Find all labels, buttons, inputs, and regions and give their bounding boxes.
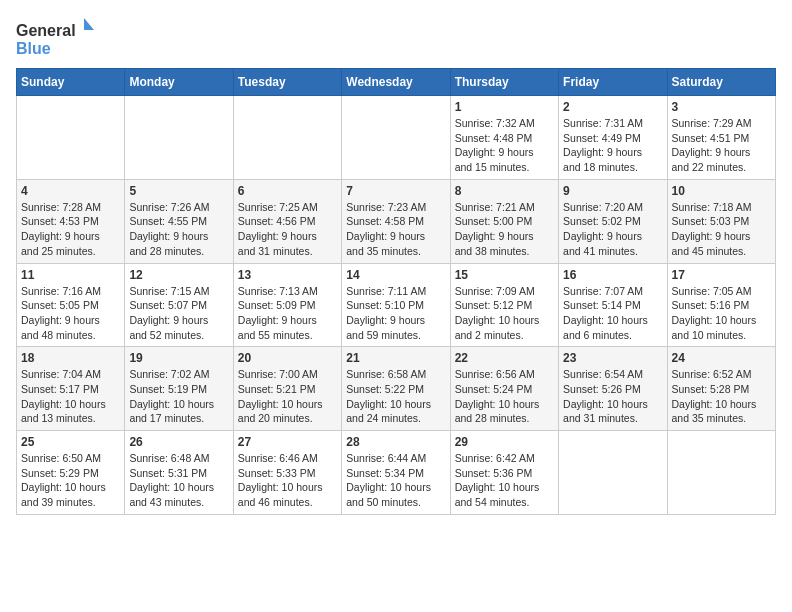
- calendar-header-tuesday: Tuesday: [233, 69, 341, 96]
- calendar-week-2: 4Sunrise: 7:28 AM Sunset: 4:53 PM Daylig…: [17, 179, 776, 263]
- calendar-cell: 1Sunrise: 7:32 AM Sunset: 4:48 PM Daylig…: [450, 96, 558, 180]
- day-info: Sunrise: 7:31 AM Sunset: 4:49 PM Dayligh…: [563, 116, 662, 175]
- calendar-header-friday: Friday: [559, 69, 667, 96]
- day-number: 8: [455, 184, 554, 198]
- day-info: Sunrise: 6:44 AM Sunset: 5:34 PM Dayligh…: [346, 451, 445, 510]
- logo: General Blue: [16, 16, 96, 60]
- calendar-cell: 29Sunrise: 6:42 AM Sunset: 5:36 PM Dayli…: [450, 431, 558, 515]
- calendar-cell: 8Sunrise: 7:21 AM Sunset: 5:00 PM Daylig…: [450, 179, 558, 263]
- day-number: 13: [238, 268, 337, 282]
- day-number: 5: [129, 184, 228, 198]
- day-number: 3: [672, 100, 771, 114]
- day-number: 17: [672, 268, 771, 282]
- day-number: 18: [21, 351, 120, 365]
- calendar-cell: 15Sunrise: 7:09 AM Sunset: 5:12 PM Dayli…: [450, 263, 558, 347]
- day-number: 10: [672, 184, 771, 198]
- calendar-cell: [667, 431, 775, 515]
- day-info: Sunrise: 6:54 AM Sunset: 5:26 PM Dayligh…: [563, 367, 662, 426]
- calendar-cell: [233, 96, 341, 180]
- calendar-header-saturday: Saturday: [667, 69, 775, 96]
- calendar-cell: 9Sunrise: 7:20 AM Sunset: 5:02 PM Daylig…: [559, 179, 667, 263]
- day-number: 21: [346, 351, 445, 365]
- calendar-cell: 19Sunrise: 7:02 AM Sunset: 5:19 PM Dayli…: [125, 347, 233, 431]
- day-info: Sunrise: 6:50 AM Sunset: 5:29 PM Dayligh…: [21, 451, 120, 510]
- day-number: 16: [563, 268, 662, 282]
- day-number: 15: [455, 268, 554, 282]
- day-number: 22: [455, 351, 554, 365]
- day-info: Sunrise: 6:52 AM Sunset: 5:28 PM Dayligh…: [672, 367, 771, 426]
- day-info: Sunrise: 6:46 AM Sunset: 5:33 PM Dayligh…: [238, 451, 337, 510]
- calendar-header-wednesday: Wednesday: [342, 69, 450, 96]
- day-info: Sunrise: 7:25 AM Sunset: 4:56 PM Dayligh…: [238, 200, 337, 259]
- calendar-cell: 6Sunrise: 7:25 AM Sunset: 4:56 PM Daylig…: [233, 179, 341, 263]
- day-info: Sunrise: 7:26 AM Sunset: 4:55 PM Dayligh…: [129, 200, 228, 259]
- day-info: Sunrise: 6:58 AM Sunset: 5:22 PM Dayligh…: [346, 367, 445, 426]
- calendar-cell: 18Sunrise: 7:04 AM Sunset: 5:17 PM Dayli…: [17, 347, 125, 431]
- day-number: 26: [129, 435, 228, 449]
- calendar-cell: 16Sunrise: 7:07 AM Sunset: 5:14 PM Dayli…: [559, 263, 667, 347]
- day-info: Sunrise: 7:16 AM Sunset: 5:05 PM Dayligh…: [21, 284, 120, 343]
- calendar-cell: 17Sunrise: 7:05 AM Sunset: 5:16 PM Dayli…: [667, 263, 775, 347]
- calendar-week-3: 11Sunrise: 7:16 AM Sunset: 5:05 PM Dayli…: [17, 263, 776, 347]
- svg-text:General: General: [16, 22, 76, 39]
- calendar-cell: 24Sunrise: 6:52 AM Sunset: 5:28 PM Dayli…: [667, 347, 775, 431]
- day-number: 12: [129, 268, 228, 282]
- calendar-cell: 21Sunrise: 6:58 AM Sunset: 5:22 PM Dayli…: [342, 347, 450, 431]
- calendar-cell: 5Sunrise: 7:26 AM Sunset: 4:55 PM Daylig…: [125, 179, 233, 263]
- day-number: 1: [455, 100, 554, 114]
- day-info: Sunrise: 7:32 AM Sunset: 4:48 PM Dayligh…: [455, 116, 554, 175]
- calendar-header-monday: Monday: [125, 69, 233, 96]
- day-info: Sunrise: 7:11 AM Sunset: 5:10 PM Dayligh…: [346, 284, 445, 343]
- calendar-cell: 28Sunrise: 6:44 AM Sunset: 5:34 PM Dayli…: [342, 431, 450, 515]
- day-number: 7: [346, 184, 445, 198]
- day-info: Sunrise: 7:04 AM Sunset: 5:17 PM Dayligh…: [21, 367, 120, 426]
- day-info: Sunrise: 7:20 AM Sunset: 5:02 PM Dayligh…: [563, 200, 662, 259]
- calendar-cell: 13Sunrise: 7:13 AM Sunset: 5:09 PM Dayli…: [233, 263, 341, 347]
- logo-svg: General Blue: [16, 16, 96, 60]
- calendar-cell: [559, 431, 667, 515]
- day-info: Sunrise: 7:13 AM Sunset: 5:09 PM Dayligh…: [238, 284, 337, 343]
- day-number: 25: [21, 435, 120, 449]
- calendar-cell: 23Sunrise: 6:54 AM Sunset: 5:26 PM Dayli…: [559, 347, 667, 431]
- day-number: 24: [672, 351, 771, 365]
- calendar-cell: 11Sunrise: 7:16 AM Sunset: 5:05 PM Dayli…: [17, 263, 125, 347]
- calendar-cell: 3Sunrise: 7:29 AM Sunset: 4:51 PM Daylig…: [667, 96, 775, 180]
- day-number: 6: [238, 184, 337, 198]
- day-info: Sunrise: 7:02 AM Sunset: 5:19 PM Dayligh…: [129, 367, 228, 426]
- day-info: Sunrise: 7:21 AM Sunset: 5:00 PM Dayligh…: [455, 200, 554, 259]
- calendar-cell: 4Sunrise: 7:28 AM Sunset: 4:53 PM Daylig…: [17, 179, 125, 263]
- day-info: Sunrise: 7:09 AM Sunset: 5:12 PM Dayligh…: [455, 284, 554, 343]
- calendar-header-thursday: Thursday: [450, 69, 558, 96]
- calendar-cell: 2Sunrise: 7:31 AM Sunset: 4:49 PM Daylig…: [559, 96, 667, 180]
- calendar-header-sunday: Sunday: [17, 69, 125, 96]
- day-number: 29: [455, 435, 554, 449]
- calendar-cell: [125, 96, 233, 180]
- day-number: 4: [21, 184, 120, 198]
- calendar-cell: 26Sunrise: 6:48 AM Sunset: 5:31 PM Dayli…: [125, 431, 233, 515]
- day-info: Sunrise: 6:56 AM Sunset: 5:24 PM Dayligh…: [455, 367, 554, 426]
- calendar-cell: [342, 96, 450, 180]
- calendar-week-1: 1Sunrise: 7:32 AM Sunset: 4:48 PM Daylig…: [17, 96, 776, 180]
- calendar-week-5: 25Sunrise: 6:50 AM Sunset: 5:29 PM Dayli…: [17, 431, 776, 515]
- header: General Blue: [16, 16, 776, 60]
- day-info: Sunrise: 7:29 AM Sunset: 4:51 PM Dayligh…: [672, 116, 771, 175]
- day-info: Sunrise: 7:15 AM Sunset: 5:07 PM Dayligh…: [129, 284, 228, 343]
- day-number: 9: [563, 184, 662, 198]
- svg-marker-2: [84, 18, 94, 30]
- day-number: 28: [346, 435, 445, 449]
- calendar-cell: 7Sunrise: 7:23 AM Sunset: 4:58 PM Daylig…: [342, 179, 450, 263]
- day-info: Sunrise: 7:23 AM Sunset: 4:58 PM Dayligh…: [346, 200, 445, 259]
- calendar-cell: 12Sunrise: 7:15 AM Sunset: 5:07 PM Dayli…: [125, 263, 233, 347]
- day-info: Sunrise: 6:48 AM Sunset: 5:31 PM Dayligh…: [129, 451, 228, 510]
- calendar-cell: 10Sunrise: 7:18 AM Sunset: 5:03 PM Dayli…: [667, 179, 775, 263]
- day-info: Sunrise: 7:28 AM Sunset: 4:53 PM Dayligh…: [21, 200, 120, 259]
- day-number: 20: [238, 351, 337, 365]
- day-number: 19: [129, 351, 228, 365]
- day-number: 27: [238, 435, 337, 449]
- day-info: Sunrise: 7:07 AM Sunset: 5:14 PM Dayligh…: [563, 284, 662, 343]
- calendar-cell: 25Sunrise: 6:50 AM Sunset: 5:29 PM Dayli…: [17, 431, 125, 515]
- calendar-cell: 20Sunrise: 7:00 AM Sunset: 5:21 PM Dayli…: [233, 347, 341, 431]
- day-number: 23: [563, 351, 662, 365]
- svg-text:Blue: Blue: [16, 40, 51, 57]
- calendar-header-row: SundayMondayTuesdayWednesdayThursdayFrid…: [17, 69, 776, 96]
